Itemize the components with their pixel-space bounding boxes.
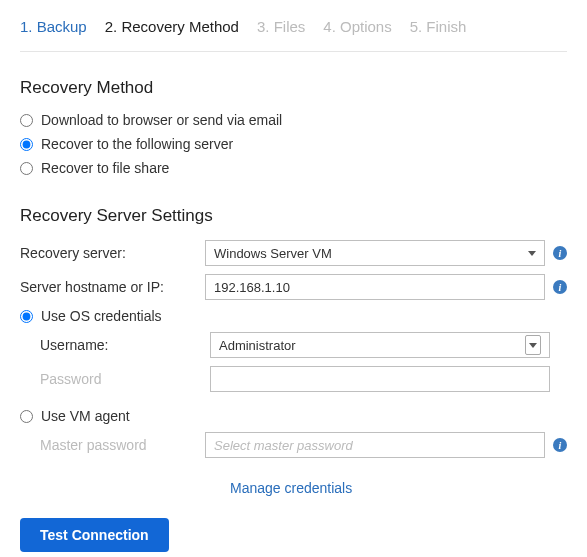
recovery-server-select[interactable]: Windows Server VM <box>205 240 545 266</box>
password-input[interactable] <box>219 372 541 387</box>
chevron-down-icon <box>528 251 536 256</box>
manage-credentials-link[interactable]: Manage credentials <box>230 480 352 496</box>
radio-use-vm-label: Use VM agent <box>41 408 130 424</box>
hostname-label: Server hostname or IP: <box>20 279 205 295</box>
username-combo[interactable]: Administrator <box>210 332 550 358</box>
radio-use-os-input[interactable] <box>20 310 33 323</box>
radio-use-os[interactable]: Use OS credentials <box>20 304 567 328</box>
wizard-steps: 1. Backup 2. Recovery Method 3. Files 4.… <box>20 10 567 52</box>
radio-recover-server[interactable]: Recover to the following server <box>20 132 567 156</box>
radio-use-vm[interactable]: Use VM agent <box>20 404 567 428</box>
info-icon[interactable]: i <box>553 246 567 260</box>
username-value: Administrator <box>219 338 296 353</box>
step-options[interactable]: 4. Options <box>323 18 391 35</box>
step-recovery-method[interactable]: 2. Recovery Method <box>105 18 239 35</box>
radio-download-browser-input[interactable] <box>20 114 33 127</box>
radio-recover-fileshare-label: Recover to file share <box>41 160 169 176</box>
recovery-server-label: Recovery server: <box>20 245 205 261</box>
radio-recover-server-label: Recover to the following server <box>41 136 233 152</box>
radio-recover-server-input[interactable] <box>20 138 33 151</box>
chevron-down-icon <box>525 335 541 355</box>
row-username: Username: Administrator <box>20 328 567 362</box>
row-password: Password <box>20 362 567 396</box>
manage-credentials-row: Manage credentials <box>20 462 567 506</box>
row-recovery-server: Recovery server: Windows Server VM i <box>20 236 567 270</box>
recovery-server-value: Windows Server VM <box>214 246 332 261</box>
master-password-input <box>214 438 536 453</box>
row-hostname: Server hostname or IP: i <box>20 270 567 304</box>
hostname-input-wrap <box>205 274 545 300</box>
server-settings-title: Recovery Server Settings <box>20 206 567 226</box>
password-label: Password <box>40 371 210 387</box>
hostname-input[interactable] <box>214 280 536 295</box>
test-connection-row: Test Connection <box>20 506 567 557</box>
step-finish[interactable]: 5. Finish <box>410 18 467 35</box>
info-icon[interactable]: i <box>553 280 567 294</box>
radio-download-browser-label: Download to browser or send via email <box>41 112 282 128</box>
radio-recover-fileshare[interactable]: Recover to file share <box>20 156 567 180</box>
radio-recover-fileshare-input[interactable] <box>20 162 33 175</box>
radio-use-os-label: Use OS credentials <box>41 308 162 324</box>
master-password-input-wrap <box>205 432 545 458</box>
radio-download-browser[interactable]: Download to browser or send via email <box>20 108 567 132</box>
test-connection-button[interactable]: Test Connection <box>20 518 169 552</box>
step-files[interactable]: 3. Files <box>257 18 305 35</box>
row-master-password: Master password i <box>20 428 567 462</box>
step-backup[interactable]: 1. Backup <box>20 18 87 35</box>
password-input-wrap <box>210 366 550 392</box>
username-label: Username: <box>40 337 210 353</box>
info-icon[interactable]: i <box>553 438 567 452</box>
radio-use-vm-input[interactable] <box>20 410 33 423</box>
recovery-method-title: Recovery Method <box>20 78 567 98</box>
master-password-label: Master password <box>40 437 205 453</box>
